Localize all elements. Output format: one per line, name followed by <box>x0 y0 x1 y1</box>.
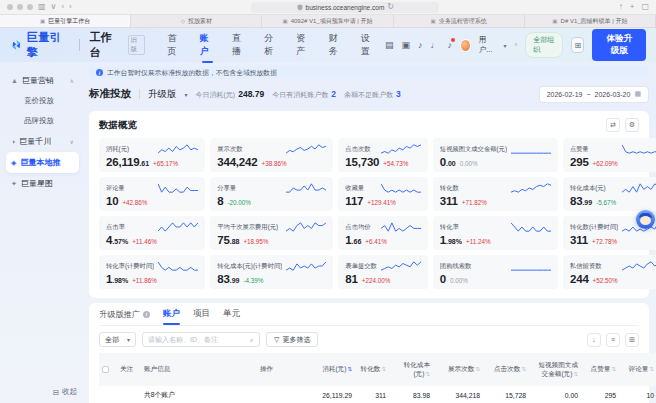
search-input[interactable] <box>148 336 250 343</box>
close-window-icon[interactable] <box>7 4 13 10</box>
col-header-impressions[interactable]: 展示次数 <box>448 365 474 372</box>
sidebar-item-local-push[interactable]: ◈ 巨量本地推 <box>6 152 79 173</box>
doc-icon[interactable]: ▤ <box>385 40 394 50</box>
sort-icon[interactable]: ⇅ <box>381 366 386 372</box>
sort-icon[interactable]: ⇅ <box>475 366 480 372</box>
col-header-likes[interactable]: 点赞量 <box>591 365 611 372</box>
sidebar-item-bidding[interactable]: 竞价投放 <box>6 91 79 111</box>
tab-upgrade-promo[interactable]: 升级版推广i <box>99 309 150 325</box>
tab-overview-icon[interactable]: ▢ <box>641 3 649 11</box>
douyin-icon[interactable]: ♪ <box>447 40 452 50</box>
metric-card-cost-billed[interactable]: 转化成本(元)(计费时间)83.99-4.39% <box>210 255 333 289</box>
nav-item-settings[interactable]: 设置 <box>360 28 377 62</box>
version-selector[interactable]: 升级版 <box>148 88 177 101</box>
tab-unit[interactable]: 单元 <box>223 308 240 325</box>
refresh-icon[interactable]: ↻ <box>387 3 394 11</box>
sort-icon[interactable]: ⇅ <box>611 366 616 372</box>
search-box[interactable]: ⌕ <box>142 332 260 347</box>
metric-card-dm-leads[interactable]: 私信留资数244+52.50% <box>563 255 656 289</box>
metric-card-ctr[interactable]: 点击率4.57%+11.46% <box>99 216 205 250</box>
sort-icon[interactable]: ⇅ <box>425 371 430 377</box>
metric-card-cpm[interactable]: 平均千次展示费用(元)75.88+18.95% <box>210 216 333 250</box>
brand[interactable]: 巨量引擎 <box>10 30 69 60</box>
metric-card-conversions[interactable]: 转化数311+71.82% <box>433 177 558 211</box>
search-icon[interactable]: ⌕ <box>250 336 254 344</box>
col-header-cost[interactable]: 消耗(元) <box>322 365 346 372</box>
minimize-window-icon[interactable] <box>17 4 23 10</box>
nav-item-finance[interactable]: 财务 <box>328 28 345 62</box>
browser-tab-bpm[interactable]: ▣业务流程管理系统 <box>394 15 525 27</box>
select-all-checkbox[interactable] <box>102 366 109 373</box>
metric-card-comments[interactable]: 评论量10+42.86% <box>99 177 205 211</box>
nav-item-home[interactable]: 首页 <box>167 28 184 62</box>
nav-item-analysis[interactable]: 分析 <box>263 28 280 62</box>
metric-change: +129.41% <box>367 199 396 206</box>
tab-favicon: ◇ <box>181 18 185 24</box>
nav-item-account[interactable]: 账户 <box>199 28 216 62</box>
column-config-icon[interactable]: ≡ <box>606 333 620 347</box>
browser-tab-workspace[interactable]: ▣巨量引擎工作台 <box>0 15 131 27</box>
stat-value[interactable]: 2 <box>331 89 336 99</box>
app-center-icon[interactable]: ▣ <box>401 40 410 50</box>
metric-card-forms[interactable]: 表单提交数81+224.00% <box>338 255 427 289</box>
gear-icon[interactable]: ⚙ <box>625 118 639 132</box>
bell-icon[interactable]: ♩ <box>430 40 439 50</box>
metric-card-cpc[interactable]: 点击均价1.66+6.41% <box>338 216 427 250</box>
col-header-conversions[interactable]: 转化数 <box>361 365 381 372</box>
metric-card-impressions[interactable]: 展示次数344,242+38.86% <box>210 138 333 172</box>
filter-dropdown[interactable]: 全部▾ <box>99 332 136 347</box>
sidebar-item-qianchuan[interactable]: ◑ 巨量千川 ∨ <box>6 131 79 152</box>
address-bar[interactable]: business.oceanengine.com ↻ <box>251 2 439 13</box>
metric-card-clicks[interactable]: 点击次数15,730+54.73% <box>338 138 427 172</box>
zoom-window-icon[interactable] <box>27 4 33 10</box>
sidebar-item-marketing[interactable]: ▲ 巨量营销 ∧ <box>6 70 79 91</box>
window-controls[interactable] <box>7 4 33 10</box>
metric-card-conv-cost[interactable]: 转化成本(元)83.99-5.67% <box>563 177 656 211</box>
browser-tab-material[interactable]: ◇投放素材 <box>131 15 262 27</box>
assistant-mascot[interactable] <box>636 210 655 229</box>
metric-card-group-leads[interactable]: 团购线索数00.00% <box>433 255 558 289</box>
tab-account[interactable]: 账户 <box>163 308 180 325</box>
apps-grid-icon[interactable]: ⊞ <box>571 37 584 53</box>
date-range-picker[interactable]: 2026-02-19 ~ 2026-03-20 ▦ <box>539 86 649 103</box>
col-header-comments[interactable]: 评论量 <box>629 365 649 372</box>
new-tab-icon[interactable]: + <box>630 3 635 11</box>
sort-icon[interactable]: ⇅ <box>649 366 654 372</box>
metric-card-cvr-billed[interactable]: 转化率(计费时间)1.98%+11.86% <box>99 255 205 289</box>
sort-icon[interactable]: ⇅ <box>521 366 526 372</box>
metric-card-cost[interactable]: 消耗(元)26,119.61+65.17% <box>99 138 205 172</box>
workspace-old-tag[interactable]: 旧版 <box>128 35 145 55</box>
swap-metrics-icon[interactable]: ⇄ <box>606 118 620 132</box>
metric-card-favorites[interactable]: 收藏量117+129.41% <box>338 177 427 211</box>
music-icon[interactable]: ♪ <box>418 40 423 50</box>
metric-card-likes[interactable]: 点赞量295+62.09% <box>563 138 656 172</box>
chevron-down-icon[interactable]: ∨ <box>51 3 57 11</box>
col-header-clicks[interactable]: 点击次数 <box>494 365 520 372</box>
metric-card-shares[interactable]: 分享量8-20.00% <box>210 177 333 211</box>
sidebar-item-brand[interactable]: 品牌投放 <box>6 111 79 131</box>
share-icon[interactable]: ↑ <box>619 3 623 11</box>
sidebar-toggle-icon[interactable]: ▥ <box>38 3 46 11</box>
metric-card-video-gmv[interactable]: 短视频图文成交金额(元)0.000.00% <box>433 138 558 172</box>
sort-icon[interactable]: ⇅ <box>347 366 352 372</box>
forward-icon[interactable]: › <box>69 3 72 11</box>
download-icon[interactable]: ↓ <box>587 333 601 347</box>
more-filters-button[interactable]: ▽更多筛选 <box>266 332 318 347</box>
browser-tab-order[interactable]: ▣D# V1_面辅料锁单 | 开始 <box>525 15 656 27</box>
browser-tab-budget[interactable]: ▣4092# V1_项目预算申请 | 开始 <box>262 15 393 27</box>
user-name[interactable]: 用户... <box>479 35 496 55</box>
sidebar-item-star-map[interactable]: ✦ 巨量星图 <box>6 173 79 194</box>
org-selector[interactable]: 全部组织 <box>525 32 563 58</box>
back-icon[interactable]: ‹ <box>61 3 64 11</box>
avatar[interactable] <box>460 39 471 52</box>
nav-item-live[interactable]: 直播 <box>231 28 248 62</box>
stat-value[interactable]: 3 <box>396 89 401 99</box>
sidebar-collapse-button[interactable]: ⊟ 收起 <box>53 387 77 397</box>
brand-name: 巨量引擎 <box>27 30 69 60</box>
tab-project[interactable]: 项目 <box>193 308 210 325</box>
sort-icon[interactable]: ⇅ <box>573 371 578 377</box>
nav-item-asset[interactable]: 资产 <box>295 28 312 62</box>
metric-card-cvr[interactable]: 转化率1.98%+11.24% <box>433 216 558 250</box>
upgrade-button[interactable]: 体验升级版 <box>592 29 646 61</box>
table-settings-icon[interactable]: ⊞ <box>625 333 639 347</box>
